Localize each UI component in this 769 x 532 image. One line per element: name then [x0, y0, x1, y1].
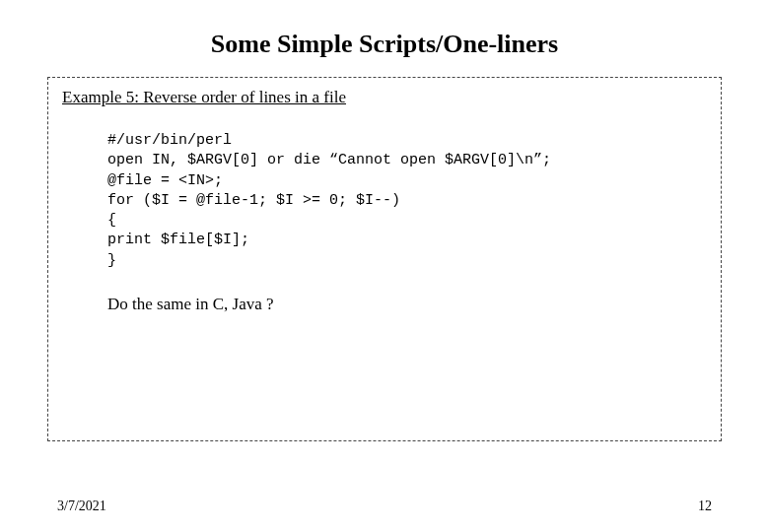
footer-date: 3/7/2021 [57, 499, 106, 514]
example-container: Example 5: Reverse order of lines in a f… [47, 77, 722, 441]
footer-page-number: 12 [698, 499, 712, 514]
code-block: #/usr/bin/perl open IN, $ARGV[0] or die … [48, 113, 721, 271]
question-text: Do the same in C, Java ? [48, 271, 721, 314]
slide-footer: 3/7/2021 12 [57, 499, 712, 514]
slide-title: Some Simple Scripts/One-liners [0, 30, 769, 59]
example-heading: Example 5: Reverse order of lines in a f… [48, 78, 721, 113]
